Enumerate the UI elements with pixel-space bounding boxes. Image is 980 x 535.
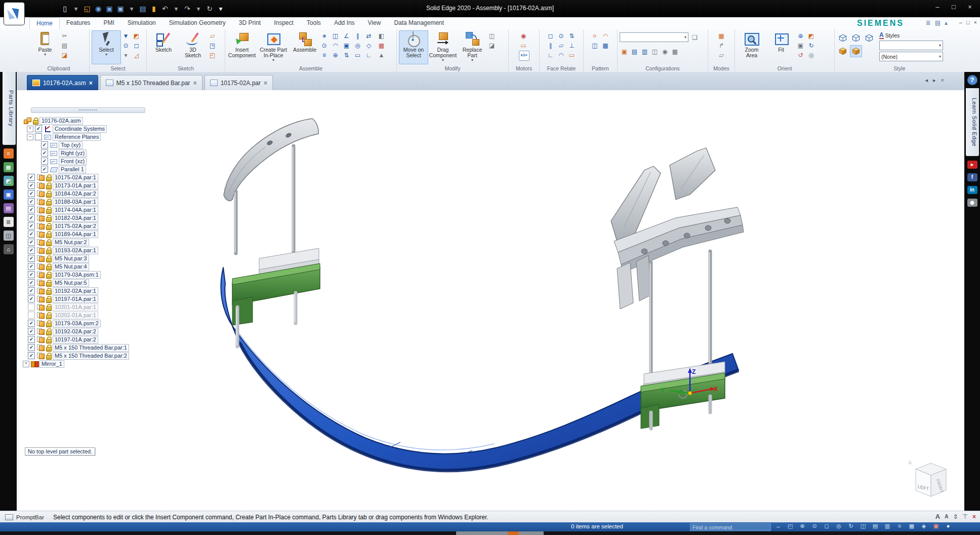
visible-hidden-edges-style-icon[interactable]	[850, 32, 862, 44]
visible-edges-style-icon[interactable]	[837, 32, 849, 44]
visibility-checkbox[interactable]	[28, 231, 35, 238]
sketch-grid-icon[interactable]: ▱	[208, 31, 217, 41]
autohide-promptbar-icon[interactable]: ⇕	[953, 513, 958, 520]
tangent-faces-icon[interactable]: ◠	[556, 51, 566, 60]
linear-motor-icon[interactable]: ▭	[519, 41, 528, 50]
concentric-icon[interactable]: ⊙	[556, 31, 566, 41]
visibility-checkbox[interactable]	[28, 198, 35, 205]
tree-item-label[interactable]: M5 x 150 Threaded Bar.par:1	[53, 344, 129, 352]
find-command-input[interactable]	[690, 523, 771, 531]
cut-icon[interactable]: ✂	[60, 31, 69, 41]
ribbon-tab[interactable]: 3D Print	[232, 17, 267, 29]
visibility-checkbox[interactable]	[28, 328, 35, 335]
tree-row[interactable]: Mirror_1	[21, 360, 162, 368]
facebook-icon[interactable]: f	[967, 173, 977, 181]
coplanar-icon[interactable]: ◻	[546, 31, 555, 41]
tree-row[interactable]: 10182-03A.par:1	[21, 214, 162, 222]
ribbon-tab[interactable]: Data Management	[387, 17, 451, 29]
axial-align-icon[interactable]: ⊙	[319, 41, 329, 50]
youtube-icon[interactable]: ▸	[967, 161, 977, 169]
tree-row[interactable]: Reference Planes	[21, 133, 162, 141]
visibility-checkbox[interactable]	[28, 247, 35, 254]
sketch-view-icon2[interactable]: ◩	[806, 31, 816, 41]
tree-drag-handle[interactable]: ••••••••••	[31, 107, 145, 113]
run-command-icon[interactable]: →	[774, 523, 782, 529]
tree-item-label[interactable]: Mirror_1	[39, 360, 64, 368]
close-promptbar-icon[interactable]: ×	[972, 513, 976, 520]
tree-row[interactable]: Front (xz)	[21, 157, 162, 165]
tree-item-label[interactable]: 10192-02A.par:1	[53, 287, 98, 295]
family-of-assemblies-icon[interactable]: ▦	[4, 162, 14, 172]
ribbon-tab[interactable]: Simulation Geometry	[162, 17, 232, 29]
planar-align-icon[interactable]: ≡	[319, 51, 329, 60]
visibility-checkbox[interactable]	[28, 271, 35, 278]
tree-row[interactable]: 10197-01A.par:1	[21, 295, 162, 303]
tree-row[interactable]: M5 x 150 Threaded Bar.par:1	[21, 343, 162, 352]
tree-item-label[interactable]: Right (yz)	[59, 149, 87, 157]
move-on-select-button[interactable]: Move on Select	[399, 30, 428, 64]
visibility-checkbox[interactable]	[28, 239, 35, 246]
tree-item-label[interactable]: 10189-04A.par:1	[53, 231, 98, 238]
visibility-checkbox[interactable]	[28, 174, 35, 181]
restore-window-icon[interactable]: □	[950, 3, 958, 11]
document-tab[interactable]: 10175-02A.par ×	[205, 75, 273, 90]
threaded-rod-part-right[interactable]	[650, 251, 711, 375]
visibility-checkbox[interactable]	[28, 190, 35, 197]
fit-button[interactable]: Fit	[766, 30, 796, 64]
display-options-icon[interactable]: ≡	[896, 523, 903, 529]
minimize-ribbon-icon[interactable]: ▴	[945, 19, 948, 26]
project-sketch-icon[interactable]: ◰	[208, 51, 217, 60]
tree-row[interactable]: Top (xy)	[21, 141, 162, 149]
visibility-checkbox[interactable]	[41, 141, 48, 148]
tree-row[interactable]: Coordinate Systems	[21, 125, 162, 133]
learn-solid-edge-tab[interactable]: Learn Solid Edge	[966, 88, 979, 156]
close-tab-icon[interactable]: ×	[89, 80, 93, 87]
shaded-with-edges-style-icon[interactable]	[850, 45, 862, 57]
visibility-checkbox[interactable]	[28, 255, 35, 262]
view-cube[interactable]: ⌂ LEFT FRONT	[908, 457, 952, 502]
perpendicular-icon[interactable]: ⊥	[567, 41, 577, 50]
pan-status-icon[interactable]: ◎	[835, 523, 842, 529]
tree-item-label[interactable]: 10202-01A.par:1	[53, 312, 98, 319]
relationship-options-icon[interactable]: ▲	[377, 51, 386, 60]
tree-item-label[interactable]: M5 Nut.par:5	[53, 279, 89, 287]
tree-row[interactable]: 10197-01A.par:2	[21, 335, 162, 343]
display-configurations-icon[interactable]: ▣	[620, 47, 629, 56]
layers-icon[interactable]: ▤	[4, 203, 14, 213]
paste-special-icon[interactable]: ◪	[60, 51, 69, 60]
tree-row[interactable]: M5 Nut.par:5	[21, 279, 162, 287]
sketch-button[interactable]: Sketch	[149, 30, 178, 64]
tree-row[interactable]: 10184-02A.par:2	[21, 189, 162, 198]
select-lasso-icon[interactable]: ◿	[132, 51, 141, 60]
center-plane-icon[interactable]: ◇	[364, 41, 374, 50]
close-tab-icon[interactable]: ×	[193, 80, 197, 87]
tree-item-label[interactable]: 10174-04A.par:1	[53, 206, 98, 214]
tree-item-label[interactable]: 10184-02A.par:2	[53, 190, 98, 198]
visibility-checkbox[interactable]	[28, 206, 35, 213]
visibility-checkbox[interactable]	[28, 263, 35, 270]
curved-bar-part[interactable]	[224, 119, 318, 201]
close-tab-icon[interactable]: ×	[264, 80, 267, 87]
zoom-area-status-icon[interactable]: ⊕	[799, 523, 806, 529]
ribbon-tab[interactable]: Simulation	[121, 17, 162, 29]
rotation-motor-icon[interactable]: ◉	[519, 31, 528, 41]
pin-promptbar-icon[interactable]: ⊤	[963, 513, 968, 520]
tree-item-label[interactable]: 10182-03A.par:1	[53, 214, 98, 222]
previous-view-icon[interactable]: ▣	[796, 41, 805, 50]
disperse-icon[interactable]: ◪	[487, 41, 497, 50]
graphics-viewport[interactable]: Z X Y •••••••••• 10176-02A.asm	[17, 90, 964, 511]
scroll-tabs-right-icon[interactable]: ▸	[933, 77, 936, 84]
help-icon[interactable]: ?	[967, 75, 977, 85]
green-clamp-left[interactable]	[232, 263, 320, 325]
visibility-checkbox[interactable]	[28, 214, 35, 221]
common-views-icon[interactable]: ◫	[860, 523, 867, 529]
tree-item-label[interactable]: M5 Nut.par:4	[53, 263, 89, 271]
visibility-checkbox[interactable]	[28, 336, 35, 343]
visibility-checkbox[interactable]	[28, 352, 35, 359]
mirror-components-icon[interactable]: ◫	[590, 41, 600, 50]
tree-row[interactable]: 10192-02A.par:2	[21, 327, 162, 335]
tree-row[interactable]: 10202-01A.par:1	[21, 311, 162, 319]
view-styles-status-icon[interactable]: ▤	[872, 523, 879, 529]
tree-row[interactable]: 10189-04A.par:1	[21, 230, 162, 238]
help-status-icon[interactable]: ●	[945, 523, 952, 529]
